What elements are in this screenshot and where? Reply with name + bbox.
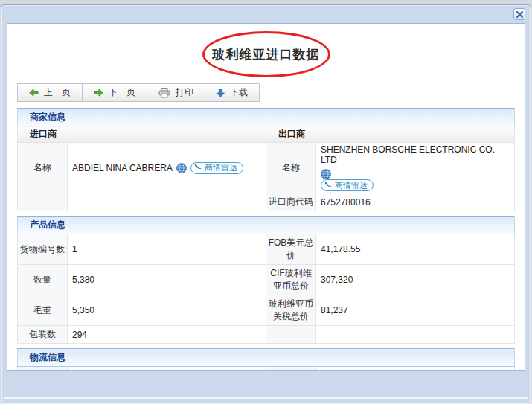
close-button[interactable] [513, 8, 525, 20]
table-row: 包装数 294 [18, 326, 515, 344]
record-detail: 商家信息 进口商 出口商 名称 ABDIEL NINA CABRERA [7, 108, 525, 371]
field-label: 通关日期 [266, 367, 316, 371]
field-value: 5,380 [68, 265, 266, 295]
exporter-name-cell: SHENZHEN BORSCHE ELECTRONIC CO. LTD [316, 143, 515, 193]
field-value: 81,237 [316, 295, 515, 326]
table-row: 毛重 5,350 玻利维亚币关税总价 81,237 [18, 295, 515, 326]
field-value: 2014-03-21 [316, 367, 515, 371]
field-value: 41,178.55 [316, 234, 515, 265]
business-radar-badge[interactable]: 商情雷达 [321, 179, 374, 191]
green-right-arrow-icon [94, 89, 103, 97]
radar-dish-icon [194, 164, 202, 172]
field-label: CIF玻利维亚币总价 [266, 265, 316, 295]
field-label: 货物编号数 [18, 234, 68, 265]
next-page-label: 下一页 [109, 86, 135, 99]
field-value: 294 [68, 326, 266, 344]
field-label [266, 326, 316, 344]
field-label: 名称 [18, 143, 68, 193]
field-label [18, 193, 68, 211]
field-label: 包装数 [18, 326, 68, 344]
table-row: 名称 ABDIEL NINA CABRERA [18, 143, 515, 193]
next-page-button[interactable]: 下一页 [82, 83, 147, 102]
field-value [316, 326, 515, 344]
field-value: 1 [68, 234, 266, 265]
table-row: 货物编号数 1 FOB美元总价 41,178.55 [18, 234, 515, 265]
field-label: 毛重 [18, 295, 68, 326]
prev-page-button[interactable]: 上一页 [17, 83, 83, 102]
importer-name-cell: ABDIEL NINA CABRERA [68, 143, 266, 193]
printer-icon [158, 88, 170, 98]
field-label: 名称 [266, 143, 316, 193]
business-radar-badge[interactable]: 商情雷达 [190, 162, 243, 174]
green-left-arrow-icon [29, 89, 39, 97]
download-label: 下载 [230, 86, 248, 99]
close-icon [516, 11, 523, 18]
radar-badge-label: 商情雷达 [205, 162, 237, 173]
product-info-section: 产品信息 货物编号数 1 FOB美元总价 41,178.55 数量 5,380 … [17, 216, 515, 344]
download-button[interactable]: 下载 [205, 83, 260, 102]
importer-name: ABDIEL NINA CABRERA [72, 163, 173, 173]
merchant-info-section: 商家信息 进口商 出口商 名称 ABDIEL NINA CABRERA [17, 108, 515, 211]
field-label: 玻利维亚币关税总价 [266, 295, 316, 326]
globe-icon[interactable] [176, 163, 187, 173]
table-row: 数量 5,380 CIF玻利维亚币总价 307,320 [18, 265, 515, 295]
section-header-logistics: 物流信息 [18, 349, 515, 367]
dialog-window: 玻利维亚进口数据 上一页 下一页 [1, 4, 531, 404]
logistics-info-section: 物流信息 关单号 2014/201/C-7337 通关日期 2014-03-21… [17, 348, 515, 371]
prev-page-label: 上一页 [44, 86, 71, 99]
toolbar: 上一页 下一页 打印 下载 [17, 83, 260, 102]
section-header-product: 产品信息 [18, 217, 515, 234]
field-label: 数量 [18, 265, 68, 295]
field-label: 关单号 [18, 367, 68, 371]
title-area: 玻利维亚进口数据 [7, 24, 525, 79]
field-label: FOB美元总价 [266, 234, 316, 265]
blue-down-arrow-icon [217, 89, 225, 97]
globe-icon[interactable] [321, 169, 331, 179]
field-value: 2014/201/C-7337 [68, 367, 266, 371]
exporter-subheader: 出口商 [266, 126, 515, 143]
field-value: 5,350 [68, 295, 266, 326]
radar-dish-icon [324, 182, 333, 190]
page-title: 玻利维亚进口数据 [7, 46, 525, 63]
table-row: 进口商代码 6752780016 [18, 193, 515, 211]
field-label: 进口商代码 [266, 193, 316, 211]
dialog-content-panel: 玻利维亚进口数据 上一页 下一页 [7, 23, 525, 371]
radar-badge-label: 商情雷达 [335, 180, 368, 191]
table-row: 关单号 2014/201/C-7337 通关日期 2014-03-21 [18, 367, 515, 371]
importer-subheader: 进口商 [18, 126, 266, 143]
print-label: 打印 [176, 86, 193, 99]
section-header-merchant: 商家信息 [18, 109, 515, 126]
importer-code-value: 6752780016 [316, 193, 515, 211]
field-value: 307,320 [316, 265, 515, 295]
exporter-name: SHENZHEN BORSCHE ELECTRONIC CO. LTD [321, 144, 510, 165]
print-button[interactable]: 打印 [147, 83, 205, 102]
field-value [68, 193, 266, 211]
